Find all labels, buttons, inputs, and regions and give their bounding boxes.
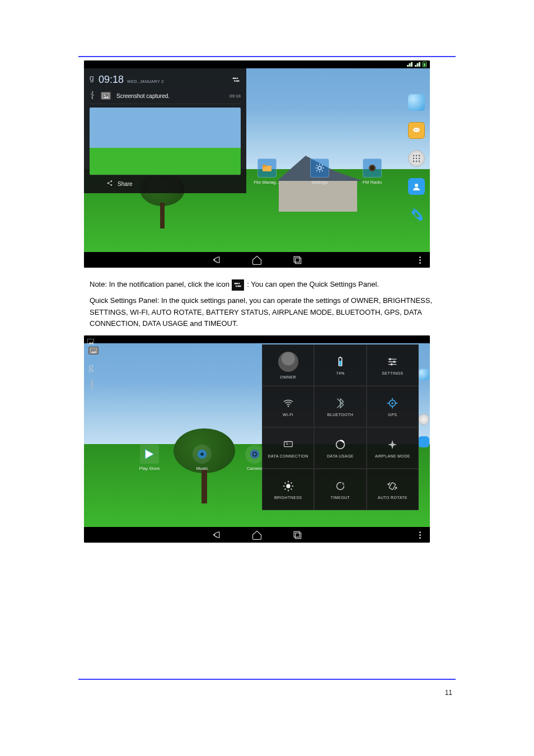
right-dock-partial [418, 369, 430, 520]
svg-rect-22 [236, 80, 239, 81]
browser-icon[interactable] [418, 369, 429, 380]
svg-point-51 [391, 402, 394, 404]
tile-brightness[interactable]: BRIGHTNESS [262, 469, 314, 510]
app-file-manager[interactable]: File Manag… [252, 158, 282, 185]
svg-rect-33 [236, 285, 237, 286]
tile-label: WI-FI [283, 413, 293, 417]
home-icon[interactable] [251, 254, 263, 265]
tile-label: AIRPLANE MODE [375, 454, 410, 458]
image-notification-icon [87, 337, 94, 342]
svg-rect-47 [394, 361, 395, 363]
notification-item[interactable]: Screenshot captured. 09:18 [90, 88, 241, 104]
image-notification-icon[interactable] [88, 347, 99, 354]
recent-apps-icon[interactable] [292, 529, 303, 540]
svg-point-2 [318, 166, 321, 170]
back-icon[interactable] [211, 529, 222, 540]
recent-apps-icon[interactable] [292, 254, 303, 265]
tile-wifi[interactable]: WI-FI [262, 386, 314, 427]
svg-point-54 [286, 484, 290, 488]
tile-label: BRIGHTNESS [274, 496, 302, 500]
signal-icon [415, 62, 420, 67]
contacts-icon[interactable] [418, 436, 429, 447]
app-label: Play Store [134, 466, 165, 471]
tile-label: DATA USAGE [327, 454, 354, 458]
page-number: 11 [445, 689, 452, 697]
tile-timeout[interactable]: TIMEOUT [314, 469, 366, 510]
tile-settings[interactable]: SETTINGS [367, 344, 419, 386]
status-bar [84, 335, 430, 343]
app-play-store[interactable]: Play Store [134, 445, 165, 471]
overflow-menu-icon[interactable] [419, 531, 421, 539]
usb-icon [90, 91, 95, 100]
battery-icon [334, 356, 346, 368]
svg-rect-46 [390, 358, 391, 360]
svg-rect-20 [237, 77, 238, 78]
svg-point-13 [419, 158, 420, 160]
timeout-icon [334, 480, 346, 492]
note-paragraph: Note: In the notification panel, click t… [90, 279, 444, 291]
google-g-icon[interactable]: g [88, 361, 99, 373]
messaging-icon[interactable] [408, 122, 425, 139]
owner-avatar-icon [278, 352, 298, 372]
svg-point-8 [413, 155, 415, 157]
tile-label: SETTINGS [382, 371, 403, 375]
phone-icon[interactable] [408, 206, 425, 223]
usb-icon[interactable] [88, 380, 99, 392]
tile-owner[interactable]: OWNER [262, 344, 314, 386]
svg-rect-58 [294, 531, 299, 537]
svg-point-16 [419, 161, 420, 162]
app-fm-radio[interactable]: FM Radio [357, 158, 387, 185]
svg-rect-1 [263, 165, 266, 167]
app-settings[interactable]: Settings [305, 158, 335, 185]
tile-label: GPS [388, 413, 397, 417]
svg-point-12 [416, 158, 418, 160]
system-nav-bar [84, 527, 430, 543]
image-icon [101, 92, 111, 100]
svg-rect-29 [294, 256, 299, 262]
share-icon [106, 180, 113, 188]
status-bar [84, 60, 430, 68]
tile-gps[interactable]: GPS [367, 386, 419, 427]
browser-icon[interactable] [408, 94, 425, 111]
tile-data-connection[interactable]: DATA CONNECTION [262, 427, 314, 469]
home-apps-row: File Manag… Settings FM Radio [252, 158, 396, 185]
apps-drawer-icon[interactable] [408, 150, 425, 167]
app-music[interactable]: Music [187, 445, 217, 471]
apps-drawer-icon[interactable] [418, 414, 429, 425]
tile-battery[interactable]: 74% [314, 344, 366, 386]
svg-point-14 [413, 161, 415, 162]
data-usage-icon [334, 438, 346, 451]
overflow-menu-icon[interactable] [419, 256, 421, 264]
notification-preview-thumbnail[interactable] [90, 108, 241, 175]
tile-data-usage[interactable]: DATA USAGE [314, 427, 366, 469]
svg-rect-19 [233, 77, 236, 78]
notification-header: g 09:18 WED, JANUARY 2 [90, 71, 241, 88]
screenshot-notification-panel: File Manag… Settings FM Radio g 09:18 [84, 60, 430, 268]
svg-point-23 [92, 98, 93, 99]
contacts-icon[interactable] [408, 178, 425, 195]
home-icon[interactable] [251, 529, 263, 540]
top-rule [78, 56, 456, 57]
quick-settings-toggle-icon[interactable] [232, 75, 241, 82]
gps-icon [386, 397, 399, 409]
svg-point-9 [416, 155, 418, 157]
svg-point-10 [419, 155, 420, 157]
quick-settings-panel: OWNER 74% SETTINGS WI-FI BLUETOOTH GPS [262, 344, 419, 510]
svg-point-26 [107, 183, 109, 184]
note-text-before: Note: In the notification panel, click t… [90, 280, 232, 288]
back-icon[interactable] [211, 254, 222, 265]
home-apps-row: Play Store Music Camera [134, 445, 270, 471]
screenshot-quick-settings-panel: g Play Store Music Camera [84, 335, 430, 543]
svg-rect-31 [234, 283, 237, 284]
notification-time: 09:18 [229, 94, 241, 99]
tile-airplane-mode[interactable]: AIRPLANE MODE [367, 427, 419, 469]
svg-point-17 [415, 184, 418, 187]
app-label: File Manag… [252, 180, 282, 185]
svg-rect-44 [339, 361, 341, 365]
tile-auto-rotate[interactable]: AUTO ROTATE [367, 469, 419, 510]
notification-share-action[interactable]: Share [90, 175, 241, 189]
tile-bluetooth[interactable]: BLUETOOTH [314, 386, 366, 427]
svg-rect-34 [237, 285, 241, 286]
svg-rect-45 [340, 357, 341, 358]
svg-point-39 [200, 452, 204, 456]
